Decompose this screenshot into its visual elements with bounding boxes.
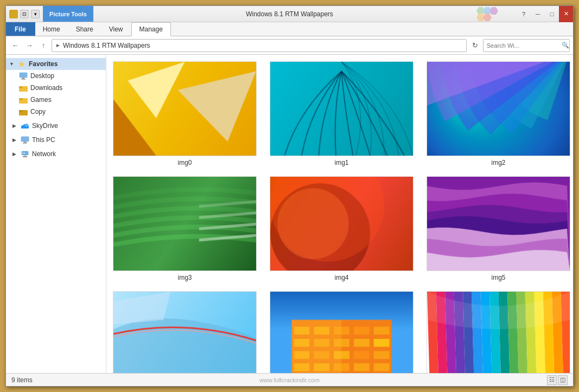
svg-rect-5 bbox=[20, 73, 27, 78]
favorites-arrow: ▼ bbox=[9, 61, 15, 67]
close-button[interactable]: ✕ bbox=[559, 6, 573, 22]
address-path[interactable]: ► Windows 8.1 RTM Wallpapers bbox=[52, 39, 467, 52]
thispc-label: This PC bbox=[32, 136, 55, 144]
skydrive-arrow: ▶ bbox=[12, 123, 18, 128]
view-toggle: ☷ ◫ bbox=[547, 375, 568, 385]
sidebar: ▼ ★ Favorites Desktop bbox=[6, 55, 106, 373]
thumb-item-img4[interactable]: img4 bbox=[270, 176, 413, 281]
favorites-section: ▼ ★ Favorites Desktop bbox=[6, 58, 106, 118]
sidebar-item-desktop[interactable]: Desktop bbox=[6, 70, 106, 82]
search-input[interactable] bbox=[487, 42, 562, 49]
path-text: Windows 8.1 RTM Wallpapers bbox=[63, 42, 150, 49]
thumb-label-img1: img1 bbox=[334, 159, 348, 166]
desktop-label: Desktop bbox=[30, 72, 54, 80]
refresh-button[interactable]: ↻ bbox=[469, 40, 481, 52]
thumb-img0 bbox=[113, 61, 257, 156]
thumb-item-img0[interactable]: img0 bbox=[113, 61, 257, 166]
forward-button[interactable]: → bbox=[23, 40, 35, 52]
thispc-icon bbox=[21, 136, 29, 144]
svg-rect-19 bbox=[24, 142, 26, 143]
network-icon bbox=[21, 150, 29, 158]
up-button[interactable]: ↑ bbox=[37, 40, 49, 52]
svg-rect-23 bbox=[23, 156, 27, 157]
skydrive-section: ▶ SkyDrive bbox=[6, 120, 106, 132]
favorites-star-icon: ★ bbox=[17, 60, 26, 68]
thumb-item-img2[interactable]: img2 bbox=[427, 61, 570, 166]
thumb-item-img5[interactable]: img5 bbox=[427, 176, 570, 281]
tab-manage[interactable]: Manage bbox=[131, 22, 171, 36]
tab-share[interactable]: Share bbox=[68, 22, 101, 36]
help-button[interactable]: ? bbox=[517, 6, 531, 22]
thumb-img6 bbox=[113, 291, 257, 373]
status-bar: 9 items www.fullcrackindir.com ☷ ◫ bbox=[6, 373, 573, 386]
thumb-label-img5: img5 bbox=[491, 274, 505, 281]
window-title: Windows 8.1 RTM Wallpapers bbox=[246, 6, 333, 22]
thumb-label-img0: img0 bbox=[177, 159, 192, 166]
explorer-window: ⊡ ▾ Picture Tools Windows 8.1 RTM Wallpa… bbox=[5, 5, 574, 387]
search-icon: 🔍 bbox=[562, 42, 569, 49]
thumb-img100 bbox=[427, 291, 570, 373]
copy-icon bbox=[19, 107, 28, 116]
watermark-text: www.fullcrackindir.com bbox=[259, 377, 320, 383]
tab-file[interactable]: File bbox=[6, 22, 35, 36]
svg-rect-20 bbox=[23, 143, 27, 144]
back-button[interactable]: ← bbox=[9, 40, 21, 52]
view-large-btn[interactable]: ◫ bbox=[558, 375, 568, 385]
network-arrow: ▶ bbox=[12, 151, 18, 157]
maximize-button[interactable]: □ bbox=[545, 6, 559, 22]
skydrive-icon bbox=[21, 121, 29, 130]
sidebar-item-games[interactable]: Games bbox=[6, 94, 106, 106]
games-icon bbox=[19, 95, 28, 104]
tab-view-label: View bbox=[109, 25, 123, 33]
thumb-img13 bbox=[270, 291, 413, 373]
desktop-icon bbox=[19, 72, 28, 80]
sidebar-item-thispc[interactable]: ▶ This PC bbox=[6, 134, 106, 146]
thumb-label-img4: img4 bbox=[334, 274, 348, 281]
picture-tools-label: Picture Tools bbox=[49, 11, 87, 17]
minimize-button[interactable]: ─ bbox=[531, 6, 545, 22]
thumb-item-img100[interactable]: img100 bbox=[427, 291, 570, 373]
window-controls: ? ─ □ ✕ bbox=[473, 6, 573, 22]
thumb-label-img3: img3 bbox=[177, 274, 192, 281]
tab-share-label: Share bbox=[76, 25, 93, 33]
thumb-item-img3[interactable]: img3 bbox=[113, 176, 257, 281]
thumb-item-img13[interactable]: img13 bbox=[270, 291, 413, 373]
path-arrow: ► bbox=[55, 42, 61, 48]
view-details-btn[interactable]: ☷ bbox=[547, 375, 557, 385]
svg-rect-11 bbox=[19, 98, 23, 100]
games-label: Games bbox=[30, 96, 52, 104]
thispc-arrow: ▶ bbox=[12, 137, 18, 143]
copy-label: Copy bbox=[30, 108, 46, 115]
network-section: ▶ Network bbox=[6, 148, 106, 160]
tab-file-label: File bbox=[15, 25, 26, 33]
sidebar-item-favorites[interactable]: ▼ ★ Favorites bbox=[6, 58, 106, 70]
svg-rect-9 bbox=[19, 86, 23, 88]
thumb-img3 bbox=[113, 176, 257, 271]
qat-dropdown[interactable]: ▾ bbox=[31, 10, 40, 18]
svg-rect-7 bbox=[21, 79, 26, 80]
tab-home-label: Home bbox=[43, 25, 60, 33]
skydrive-label: SkyDrive bbox=[32, 122, 58, 130]
sidebar-item-network[interactable]: ▶ Network bbox=[6, 148, 106, 160]
search-box[interactable]: 🔍 bbox=[483, 39, 570, 52]
quick-access-btn[interactable]: ⊡ bbox=[20, 10, 29, 18]
thumb-img5 bbox=[427, 176, 570, 271]
svg-rect-6 bbox=[22, 78, 24, 79]
thumb-label-img2: img2 bbox=[491, 159, 505, 166]
svg-rect-13 bbox=[19, 110, 23, 112]
thumb-img4 bbox=[270, 176, 413, 271]
sidebar-item-copy[interactable]: Copy bbox=[6, 106, 106, 118]
thumbnails-grid: img0 img1 img2 bbox=[113, 61, 567, 373]
tab-home[interactable]: Home bbox=[35, 22, 68, 36]
sidebar-item-skydrive[interactable]: ▶ SkyDrive bbox=[6, 120, 106, 132]
svg-point-25 bbox=[24, 153, 25, 154]
items-count: 9 items bbox=[11, 376, 33, 384]
downloads-icon bbox=[19, 83, 28, 92]
thumb-item-img6[interactable]: img6 bbox=[113, 291, 257, 373]
svg-point-26 bbox=[26, 153, 27, 154]
picture-tools-tab[interactable]: Picture Tools bbox=[43, 6, 93, 22]
thumb-item-img1[interactable]: img1 bbox=[270, 61, 413, 166]
tab-view[interactable]: View bbox=[101, 22, 131, 36]
sidebar-item-downloads[interactable]: Downloads bbox=[6, 82, 106, 94]
ribbon-tabs: File Home Share View Manage bbox=[6, 22, 573, 36]
